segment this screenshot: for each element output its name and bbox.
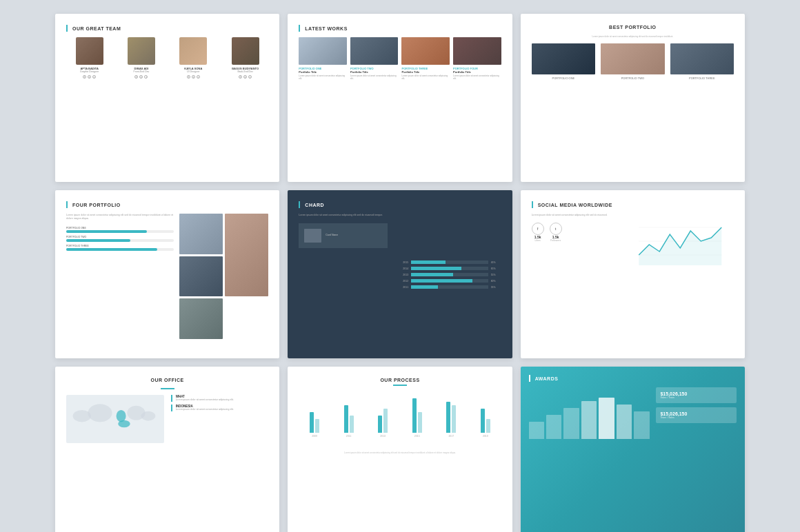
social-icons-3: f t i (187, 75, 200, 79)
award-bar-5 (599, 398, 614, 439)
progress-label-1: PORTFOLIO ONE (66, 227, 174, 229)
avatar-role-3: UI Designer (187, 70, 199, 73)
slide-four-title: FOUR PORTFOLIO (66, 201, 268, 208)
work-item-3: PORTFOLIO THREE Portfolio Title Lorem ip… (401, 37, 450, 80)
progress-fill-2 (66, 239, 130, 242)
fb-label: Likes (535, 239, 541, 242)
progress-1: PORTFOLIO ONE (66, 227, 174, 233)
social-tw-2: t (139, 75, 143, 79)
progress-track-1 (66, 230, 174, 233)
office-addr-1: Lorem ipsum dolor sit amet consectetur a… (176, 398, 269, 402)
progress-label-3: PORTFOLIO THREE (66, 245, 174, 247)
award-stat-2: $15,026,150 Team / Sales (656, 407, 737, 423)
progress-label-2: PORTFOLIO TWO (66, 236, 174, 238)
chard-card-label: Card Name (326, 234, 338, 238)
work-item-1: PORTFOLIO ONE Portfolio Title Lorem ipsu… (299, 37, 347, 80)
svg-point-9 (141, 411, 155, 421)
work-item-2: PORTFOLIO TWO Portfolio Title Lorem ipsu… (350, 37, 399, 80)
process-group-1: 2009 (310, 412, 319, 438)
process-bar-group-2 (344, 405, 354, 433)
chard-bar-fill-1 (411, 260, 446, 264)
progress-3: PORTFOLIO THREE (66, 245, 174, 251)
slide-office: OUR OFFICE (55, 367, 279, 532)
progress-track-2 (66, 239, 174, 242)
work-item-4: PORTFOLIO FOUR Portfolio Title Lorem ips… (453, 37, 501, 80)
pbar-teal-1 (310, 412, 314, 433)
process-group-2: 2011 (344, 405, 354, 438)
slide-portfolio-title: BEST PORTFOLIO (532, 25, 734, 30)
process-group-3: 2013 (378, 409, 388, 438)
chard-bar-3: 2013 55% (394, 273, 501, 276)
award-bar-4 (581, 401, 597, 439)
title-accent-2 (299, 25, 300, 32)
chard-bar-label-1: 2015 (394, 261, 408, 264)
process-group-4: 2015 (412, 398, 422, 438)
awards-right: $15,026,150 Sales / Team $15,026,150 Tea… (656, 387, 737, 439)
slide-team: OUR GREAT TEAM APTA BADITA Graphic Desig… (55, 14, 279, 182)
slide-chard: CHARD Lorem ipsum dolor sit amet consect… (288, 190, 512, 358)
slides-grid: OUR GREAT TEAM APTA BADITA Graphic Desig… (55, 14, 745, 532)
slide-awards-title: AWARDS (529, 375, 737, 382)
award-label-2: Team / Sales (660, 416, 732, 419)
avatar-img-4 (232, 37, 259, 65)
social-right (627, 214, 734, 272)
process-bars: 2009 2011 2013 (299, 396, 501, 438)
award-amount-2: $15,026,150 (660, 411, 732, 416)
chard-content: Lorem ipsum dolor sit amet consectetur a… (299, 214, 501, 339)
title-accent (66, 25, 68, 32)
pbar-light-2 (350, 416, 354, 433)
chard-left: Lorem ipsum dolor sit amet consectetur a… (299, 214, 388, 339)
process-label-4: 2015 (414, 435, 420, 438)
chard-bar-track-5 (411, 285, 488, 289)
award-bar-6 (617, 405, 632, 439)
facebook-icon: f (532, 223, 544, 235)
slide-portfolio: BEST PORTFOLIO Lorem ipsum dolor sit ame… (521, 14, 745, 182)
slide-chard-title: CHARD (299, 201, 501, 208)
avatar-img-3 (179, 37, 207, 65)
chard-bar-fill-5 (411, 285, 438, 289)
title-accent-9 (529, 375, 530, 382)
chard-bar-2: 2014 65% (394, 267, 501, 270)
work-desc-3: Lorem ipsum dolor sit amet consectetur a… (401, 74, 450, 80)
four-img-3 (225, 214, 268, 296)
process-label-2: 2011 (346, 435, 352, 438)
work-img-1 (299, 37, 347, 65)
tw-label: Followers (550, 239, 561, 242)
avatar-role-2: Front-End Dev (134, 70, 150, 73)
office-underline (161, 388, 174, 389)
chard-card-img (304, 229, 321, 243)
slide-team-title: OUR GREAT TEAM (66, 25, 268, 32)
social-icons-4: f t i (239, 75, 252, 79)
social-fb-3: f (187, 75, 190, 79)
work-img-3 (401, 37, 450, 65)
avatar-card-2: DIMAS ADI Front-End Dev f t i (118, 37, 164, 79)
slide-latest: LATEST WORKS PORTFOLIO ONE Portfolio Tit… (288, 14, 512, 182)
social-fb-4: f (239, 75, 242, 79)
avatar-img-2 (128, 37, 155, 65)
process-line (393, 385, 407, 386)
map-background (66, 395, 164, 443)
chard-bar-val-4: 80% (491, 280, 501, 283)
awards-bars (529, 391, 650, 439)
chard-bar-1: 2015 45% (394, 260, 501, 264)
social-tw-1: t (88, 75, 91, 79)
chard-bar-track-1 (411, 260, 488, 264)
work-img-2 (350, 37, 399, 65)
work-desc-4: Lorem ipsum dolor sit amet consectetur a… (453, 74, 501, 80)
slide-awards: AWARDS $15,026,150 Sales / Team (521, 367, 745, 532)
port-item-3: PORTFOLIO THREE (670, 43, 734, 80)
port-item-2: PORTFOLIO TWO (601, 43, 664, 80)
work-img-4 (453, 37, 501, 65)
social-tw-3: t (192, 75, 195, 79)
chard-bar-val-5: 35% (491, 286, 501, 289)
team-avatars: APTA BADITA Graphic Designer f t i DIMAS… (66, 37, 268, 79)
avatar-card-4: BAGUS BUDIYANTO Back-End Dev f t i (222, 37, 268, 79)
chard-bar-track-2 (411, 267, 488, 270)
awards-content: $15,026,150 Sales / Team $15,026,150 Tea… (529, 387, 737, 439)
office-content: WHAT Lorem ipsum dolor sit amet consecte… (66, 395, 268, 443)
title-accent-5 (299, 201, 300, 208)
social-icons-1: f t i (83, 75, 96, 79)
pbar-teal-4 (412, 398, 417, 433)
office-right: WHAT Lorem ipsum dolor sit amet consecte… (171, 395, 269, 443)
chard-bar-track-3 (411, 273, 488, 276)
